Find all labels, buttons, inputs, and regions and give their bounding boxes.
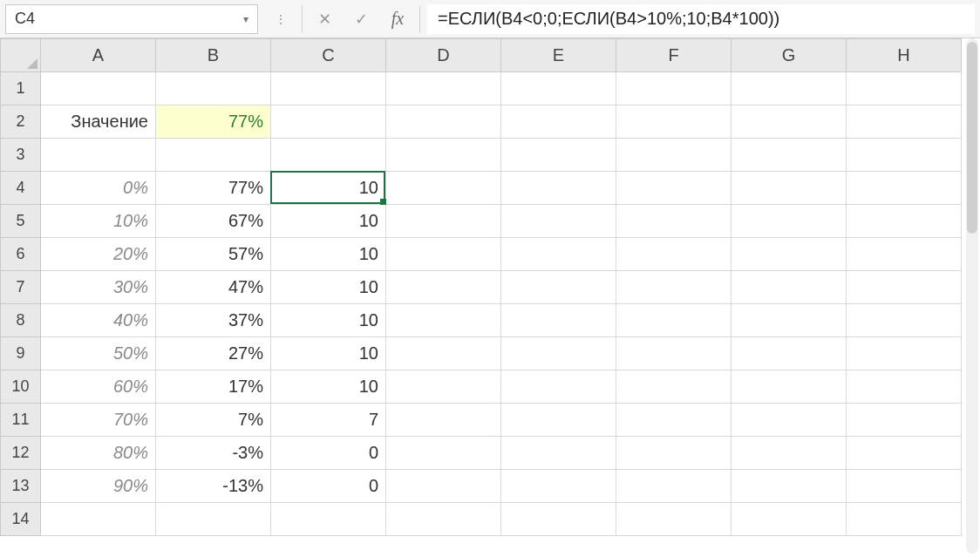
cell-D7[interactable] bbox=[386, 271, 501, 304]
row-header-8[interactable]: 8 bbox=[1, 304, 41, 337]
cell-C9[interactable]: 10 bbox=[271, 337, 386, 370]
row-header-12[interactable]: 12 bbox=[1, 437, 41, 470]
cell-E4[interactable] bbox=[501, 172, 616, 205]
cell-H1[interactable] bbox=[847, 72, 962, 105]
scrollbar-thumb[interactable] bbox=[967, 42, 977, 234]
cell-A10[interactable]: 60% bbox=[41, 370, 156, 404]
cell-A6[interactable]: 20% bbox=[41, 238, 156, 271]
cell-A5[interactable]: 10% bbox=[41, 205, 156, 238]
cell-H5[interactable] bbox=[847, 205, 962, 238]
cell-F12[interactable] bbox=[616, 437, 732, 470]
cell-F5[interactable] bbox=[616, 205, 732, 238]
cell-A3[interactable] bbox=[41, 139, 156, 172]
cell-B5[interactable]: 67% bbox=[156, 205, 271, 238]
cell-E3[interactable] bbox=[501, 139, 616, 172]
cell-B4[interactable]: 77% bbox=[156, 172, 271, 205]
cell-B14[interactable] bbox=[156, 503, 271, 536]
cell-F6[interactable] bbox=[616, 238, 732, 271]
cell-G12[interactable] bbox=[732, 437, 847, 470]
cell-E10[interactable] bbox=[501, 370, 616, 404]
cell-A7[interactable]: 30% bbox=[41, 271, 156, 304]
cell-G3[interactable] bbox=[732, 139, 847, 172]
fx-icon[interactable]: fx bbox=[383, 9, 412, 29]
cell-F9[interactable] bbox=[616, 337, 732, 370]
cell-C14[interactable] bbox=[271, 503, 386, 536]
cell-E9[interactable] bbox=[501, 337, 616, 370]
cell-D14[interactable] bbox=[386, 503, 501, 536]
cell-H4[interactable] bbox=[847, 172, 962, 205]
cell-E5[interactable] bbox=[501, 205, 616, 238]
cell-E11[interactable] bbox=[501, 404, 616, 437]
col-header-E[interactable]: E bbox=[501, 39, 616, 72]
cell-D6[interactable] bbox=[386, 238, 501, 271]
row-header-3[interactable]: 3 bbox=[1, 139, 41, 172]
col-header-C[interactable]: C bbox=[271, 39, 386, 72]
cell-B3[interactable] bbox=[156, 139, 271, 172]
cell-G4[interactable] bbox=[732, 172, 847, 205]
cell-B2[interactable]: 77% bbox=[156, 105, 271, 139]
cell-E13[interactable] bbox=[501, 470, 616, 503]
cell-B11[interactable]: 7% bbox=[156, 404, 271, 437]
cell-A11[interactable]: 70% bbox=[41, 404, 156, 437]
cell-E8[interactable] bbox=[501, 304, 616, 337]
cell-C4[interactable]: 10 bbox=[271, 172, 386, 205]
cell-H11[interactable] bbox=[847, 404, 962, 437]
cell-G10[interactable] bbox=[732, 370, 847, 404]
cell-D13[interactable] bbox=[386, 470, 501, 503]
cell-B10[interactable]: 17% bbox=[156, 370, 271, 404]
col-header-G[interactable]: G bbox=[732, 39, 847, 72]
row-header-7[interactable]: 7 bbox=[1, 271, 41, 304]
cell-H9[interactable] bbox=[847, 337, 962, 370]
cell-B6[interactable]: 57% bbox=[156, 238, 271, 271]
row-header-2[interactable]: 2 bbox=[1, 105, 41, 139]
cell-C12[interactable]: 0 bbox=[271, 437, 386, 470]
cell-H12[interactable] bbox=[847, 437, 962, 470]
row-header-10[interactable]: 10 bbox=[1, 370, 41, 404]
cell-B7[interactable]: 47% bbox=[156, 271, 271, 304]
cell-H6[interactable] bbox=[847, 238, 962, 271]
cell-G9[interactable] bbox=[732, 337, 847, 370]
cell-F8[interactable] bbox=[616, 304, 732, 337]
cell-F2[interactable] bbox=[616, 105, 732, 139]
cell-H7[interactable] bbox=[847, 271, 962, 304]
formula-input[interactable]: =ЕСЛИ(B4<0;0;ЕСЛИ(B4>10%;10;B4*100)) bbox=[427, 4, 975, 34]
cell-G1[interactable] bbox=[732, 72, 847, 105]
cell-A1[interactable] bbox=[41, 72, 156, 105]
cell-A8[interactable]: 40% bbox=[41, 304, 156, 337]
cell-C8[interactable]: 10 bbox=[271, 304, 386, 337]
name-box[interactable]: C4 ▾ bbox=[5, 4, 258, 34]
col-header-D[interactable]: D bbox=[386, 39, 501, 72]
cell-B1[interactable] bbox=[156, 72, 271, 105]
cell-E12[interactable] bbox=[501, 437, 616, 470]
cell-H10[interactable] bbox=[847, 370, 962, 404]
cell-H8[interactable] bbox=[847, 304, 962, 337]
cell-D11[interactable] bbox=[386, 404, 501, 437]
cell-G14[interactable] bbox=[732, 503, 847, 536]
cell-B13[interactable]: -13% bbox=[156, 470, 271, 503]
col-header-F[interactable]: F bbox=[616, 39, 732, 72]
cell-D3[interactable] bbox=[386, 139, 501, 172]
cell-F7[interactable] bbox=[616, 271, 732, 304]
cell-G13[interactable] bbox=[732, 470, 847, 503]
cell-A4[interactable]: 0% bbox=[41, 172, 156, 205]
row-header-11[interactable]: 11 bbox=[1, 404, 41, 437]
cell-E1[interactable] bbox=[501, 72, 616, 105]
row-header-6[interactable]: 6 bbox=[1, 238, 41, 271]
row-header-4[interactable]: 4 bbox=[1, 172, 41, 205]
cell-G6[interactable] bbox=[732, 238, 847, 271]
cell-H3[interactable] bbox=[847, 139, 962, 172]
cell-G11[interactable] bbox=[732, 404, 847, 437]
cell-F11[interactable] bbox=[616, 404, 732, 437]
cell-H14[interactable] bbox=[847, 503, 962, 536]
cell-D12[interactable] bbox=[386, 437, 501, 470]
cell-D10[interactable] bbox=[386, 370, 501, 404]
name-box-dropdown-icon[interactable]: ▾ bbox=[243, 13, 248, 25]
row-header-1[interactable]: 1 bbox=[1, 72, 41, 105]
cell-C3[interactable] bbox=[271, 139, 386, 172]
cell-B12[interactable]: -3% bbox=[156, 437, 271, 470]
cell-D1[interactable] bbox=[386, 72, 501, 105]
vertical-scrollbar[interactable] bbox=[966, 38, 978, 554]
cell-C5[interactable]: 10 bbox=[271, 205, 386, 238]
col-header-B[interactable]: B bbox=[156, 39, 271, 72]
cell-C2[interactable] bbox=[271, 105, 386, 139]
